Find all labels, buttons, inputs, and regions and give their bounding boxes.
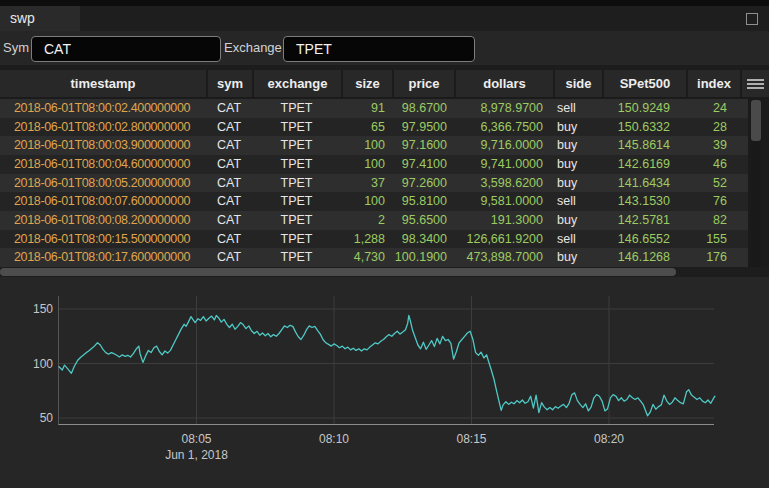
column-header-exchange[interactable]: exchange: [252, 70, 341, 97]
column-header-sym[interactable]: sym: [206, 70, 252, 97]
cell-index: 52: [686, 174, 740, 193]
cell-dollars: 6,366.7500: [454, 118, 553, 137]
query-form: Sym Exchange: [0, 31, 769, 65]
price-line: [59, 316, 715, 416]
table-header: timestampsymexchangesizepricedollarsside…: [0, 70, 769, 97]
table-row[interactable]: 2018-06-01T08:00:02.400000000CATTPET9198…: [0, 99, 751, 118]
cell-price: 98.6700: [392, 99, 454, 118]
cell-dollars: 191.3000: [454, 211, 553, 230]
cell-exchange: TPET: [252, 248, 341, 267]
cell-timestamp: 2018-06-01T08:00:15.500000000: [0, 230, 206, 249]
cell-side: buy: [553, 211, 602, 230]
column-header-side[interactable]: side: [553, 70, 602, 97]
cell-sym: CAT: [206, 211, 252, 230]
cell-dollars: 9,581.0000: [454, 192, 553, 211]
cell-sym: CAT: [206, 136, 252, 155]
horizontal-scrollbar-thumb[interactable]: [0, 268, 676, 276]
table-row[interactable]: 2018-06-01T08:00:07.600000000CATTPET1009…: [0, 192, 751, 211]
cell-SPet500: 146.6552: [602, 230, 686, 249]
cell-side: sell: [553, 192, 602, 211]
cell-size: 4,730: [341, 248, 392, 267]
cell-dollars: 3,598.6200: [454, 174, 553, 193]
cell-timestamp: 2018-06-01T08:00:02.400000000: [0, 99, 206, 118]
x-axis-date-label: Jun 1, 2018: [165, 448, 228, 462]
cell-sym: CAT: [206, 192, 252, 211]
table-row[interactable]: 2018-06-01T08:00:17.600000000CATTPET4,73…: [0, 248, 751, 267]
cell-SPet500: 142.5781: [602, 211, 686, 230]
cell-index: 82: [686, 211, 740, 230]
cell-timestamp: 2018-06-01T08:00:07.600000000: [0, 192, 206, 211]
cell-price: 98.3400: [392, 230, 454, 249]
cell-index: 46: [686, 155, 740, 174]
cell-side: buy: [553, 118, 602, 137]
cell-dollars: 9,741.0000: [454, 155, 553, 174]
column-header-price[interactable]: price: [392, 70, 454, 97]
exchange-input[interactable]: [283, 36, 475, 62]
cell-SPet500: 141.6434: [602, 174, 686, 193]
cell-size: 91: [341, 99, 392, 118]
y-tick-label: 100: [33, 357, 53, 371]
cell-sym: CAT: [206, 248, 252, 267]
cell-size: 100: [341, 192, 392, 211]
cell-timestamp: 2018-06-01T08:00:05.200000000: [0, 174, 206, 193]
table-row[interactable]: 2018-06-01T08:00:04.600000000CATTPET1009…: [0, 155, 751, 174]
cell-index: 176: [686, 248, 740, 267]
cell-index: 28: [686, 118, 740, 137]
cell-timestamp: 2018-06-01T08:00:04.600000000: [0, 155, 206, 174]
chart: 5010015008:0508:1008:1508:20Jun 1, 2018: [0, 277, 769, 488]
cell-index: 76: [686, 192, 740, 211]
cell-side: sell: [553, 99, 602, 118]
cell-index: 39: [686, 136, 740, 155]
cell-SPet500: 143.1530: [602, 192, 686, 211]
y-tick-label: 150: [33, 302, 53, 316]
column-header-timestamp[interactable]: timestamp: [0, 70, 206, 97]
table-body: 2018-06-01T08:00:02.400000000CATTPET9198…: [0, 99, 751, 267]
x-tick-label: 08:20: [594, 432, 624, 446]
table-row[interactable]: 2018-06-01T08:00:02.800000000CATTPET6597…: [0, 118, 751, 137]
cell-SPet500: 142.6169: [602, 155, 686, 174]
table-header-columns: timestampsymexchangesizepricedollarsside…: [0, 70, 740, 97]
column-header-index[interactable]: index: [686, 70, 740, 97]
cell-SPet500: 150.6332: [602, 118, 686, 137]
column-header-size[interactable]: size: [341, 70, 392, 97]
column-header-SPet500[interactable]: SPet500: [602, 70, 686, 97]
app-window: swp Sym Exchange timestampsymexchangesiz…: [0, 0, 769, 488]
x-tick-label: 08:10: [319, 432, 349, 446]
cell-sym: CAT: [206, 230, 252, 249]
cell-sym: CAT: [206, 174, 252, 193]
cell-price: 95.8100: [392, 192, 454, 211]
exchange-label: Exchange: [224, 31, 282, 65]
cell-price: 95.6500: [392, 211, 454, 230]
cell-sym: CAT: [206, 155, 252, 174]
cell-size: 37: [341, 174, 392, 193]
tab-swp[interactable]: swp: [0, 6, 80, 31]
table-row[interactable]: 2018-06-01T08:00:05.200000000CATTPET3797…: [0, 174, 751, 193]
horizontal-scrollbar[interactable]: [0, 267, 769, 277]
table-row[interactable]: 2018-06-01T08:00:08.200000000CATTPET295.…: [0, 211, 751, 230]
cell-price: 97.2600: [392, 174, 454, 193]
table-menu-button[interactable]: [740, 70, 769, 97]
cell-exchange: TPET: [252, 230, 341, 249]
cell-side: buy: [553, 174, 602, 193]
cell-index: 24: [686, 99, 740, 118]
x-tick-label: 08:05: [181, 432, 211, 446]
cell-sym: CAT: [206, 118, 252, 137]
sym-input[interactable]: [31, 36, 221, 62]
tab-label: swp: [10, 10, 35, 26]
cell-exchange: TPET: [252, 99, 341, 118]
cell-index: 155: [686, 230, 740, 249]
tab-bar: swp: [0, 6, 769, 31]
cell-exchange: TPET: [252, 136, 341, 155]
cell-exchange: TPET: [252, 155, 341, 174]
price-chart-svg: 5010015008:0508:1008:1508:20Jun 1, 2018: [0, 277, 769, 488]
cell-price: 100.1900: [392, 248, 454, 267]
vertical-scrollbar[interactable]: [748, 99, 769, 267]
cell-size: 1,288: [341, 230, 392, 249]
table-row[interactable]: 2018-06-01T08:00:15.500000000CATTPET1,28…: [0, 230, 751, 249]
restore-window-icon[interactable]: [746, 13, 758, 25]
table-row[interactable]: 2018-06-01T08:00:03.900000000CATTPET1009…: [0, 136, 751, 155]
vertical-scrollbar-thumb[interactable]: [751, 100, 761, 141]
cell-side: buy: [553, 248, 602, 267]
column-header-dollars[interactable]: dollars: [454, 70, 553, 97]
y-tick-label: 50: [40, 411, 54, 425]
